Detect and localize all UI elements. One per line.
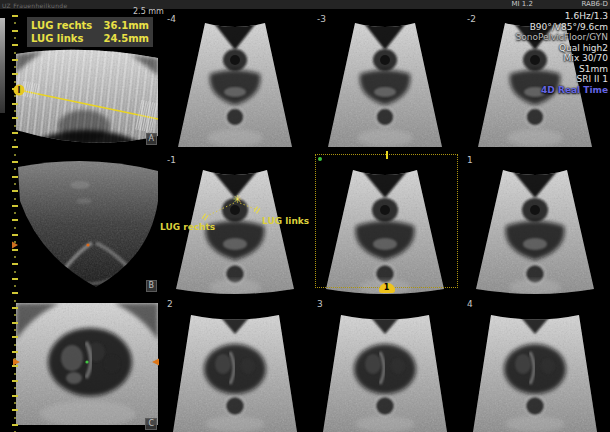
tile-label: 2 [167,299,173,309]
acquisition-settings-panel: 1.6Hz/1.3 B90°/V85°/9.6cm SonoPelvicFloo… [515,11,608,95]
ruler-tick [14,271,16,273]
ruler-tick [12,307,18,309]
measurement-value: 24.5mm [103,32,149,45]
reference-view-c[interactable]: C [8,296,160,432]
tui-tile-plus4[interactable]: 4 [460,296,610,432]
tgc-curve-strip [0,18,5,113]
setting-line: Mix 30/70 [515,53,608,64]
selected-slice-frame: 1 [315,154,458,288]
ruler-tick [12,249,18,251]
ruler-tick [14,344,16,346]
ruler-tick [14,95,16,97]
slice-spacing-label: 2.5 mm [133,7,164,16]
ruler-tick [12,322,18,324]
ruler-tick [12,30,18,32]
ruler-tick [12,263,18,265]
tui-tile-plus1[interactable]: 1 [460,149,610,294]
ruler-tick [14,168,16,170]
tile-label: -3 [317,14,326,24]
ruler-tick [14,256,16,258]
ruler-tick [12,234,18,236]
ruler-tick [12,161,18,163]
tui-tile-plus3[interactable]: 3 [310,296,460,432]
ruler-tick [12,15,18,17]
ruler-tick [14,139,16,141]
ruler-tick [14,183,16,185]
tui-tile-center-selected[interactable]: 1 [310,149,460,294]
tile-label: 3 [317,299,323,309]
ruler-tick [14,52,16,54]
tile-label: 4 [467,299,473,309]
lug-rechts-annotation: LUG rechts [160,222,215,232]
view-b-label: B [146,280,158,292]
depth-ruler [12,10,20,430]
ruler-tick [14,373,16,375]
reference-view-b[interactable]: B [8,149,160,294]
ruler-tick [12,73,18,75]
ruler-tick [12,409,18,411]
measurement-row: LUG links 24.5mm [31,32,149,45]
ruler-tick [12,278,18,280]
tile-label: 1 [467,155,473,165]
top-system-bar: UZ Frauenheilkunde MI 1.2 RAB6-D [0,0,610,9]
probe-name: RAB6-D [581,0,608,9]
ruler-tick [14,241,16,243]
ruler-tick [14,154,16,156]
mi-readout: MI 1.2 [512,0,533,9]
tui-tile-minus4[interactable]: -4 [160,8,310,147]
ruler-tick [12,132,18,134]
view-a-label: A [146,133,157,145]
ruler-tick [12,205,18,207]
measurement-value: 36.1mm [103,19,149,32]
slice-number-badge: 1 [379,283,395,293]
ruler-tick [14,110,16,112]
ruler-tick [14,300,16,302]
ruler-tick [14,387,16,389]
ruler-tick [14,329,16,331]
setting-line: S1mm [515,64,608,75]
ruler-tick [12,365,18,367]
ruler-tick [14,37,16,39]
tile-label: -2 [467,14,476,24]
ruler-tick [12,380,18,382]
ruler-tick [12,88,18,90]
tile-label: -4 [167,14,176,24]
ruler-tick [12,351,18,353]
ruler-tick [14,81,16,83]
ruler-tick [12,292,18,294]
tile-label: -1 [167,155,176,165]
ruler-tick [14,227,16,229]
ruler-tick [14,285,16,287]
ruler-tick [14,125,16,127]
ruler-tick [14,22,16,24]
ruler-tick [12,44,18,46]
measurement-label: LUG rechts [31,19,92,32]
ruler-tick [12,117,18,119]
green-ref-dot [318,157,322,161]
setting-line: 1.6Hz/1.3 [515,11,608,22]
ruler-tick [12,219,18,221]
ruler-tick [14,212,16,214]
ultrasound-screen: UZ Frauenheilkunde MI 1.2 RAB6-D A B C -… [0,0,610,432]
slice-plane-tick [386,151,388,159]
setting-line: SRI II 1 [515,74,608,85]
ruler-tick [14,198,16,200]
setting-line: SonoPelvicFloor/GYN [515,32,608,43]
institution-name: UZ Frauenheilkunde [2,1,67,10]
measurement-result-box: LUG rechts 36.1mm LUG links 24.5mm [27,17,153,47]
ruler-tick [12,336,18,338]
setting-line: Qual high2 [515,43,608,54]
mode-line: 4D Real Time [515,85,608,96]
lug-links-annotation: LUG links [262,216,309,226]
setting-line: B90°/V85°/9.6cm [515,22,608,33]
view-c-label: C [145,418,157,430]
ruler-tick [12,395,18,397]
tui-tile-minus3[interactable]: -3 [310,8,460,147]
ruler-tick [12,190,18,192]
ruler-tick [12,424,18,426]
tui-tile-plus2[interactable]: 2 [160,296,310,432]
ruler-tick [12,146,18,148]
ruler-tick [12,59,18,61]
ruler-tick [12,176,18,178]
ruler-tick [14,314,16,316]
